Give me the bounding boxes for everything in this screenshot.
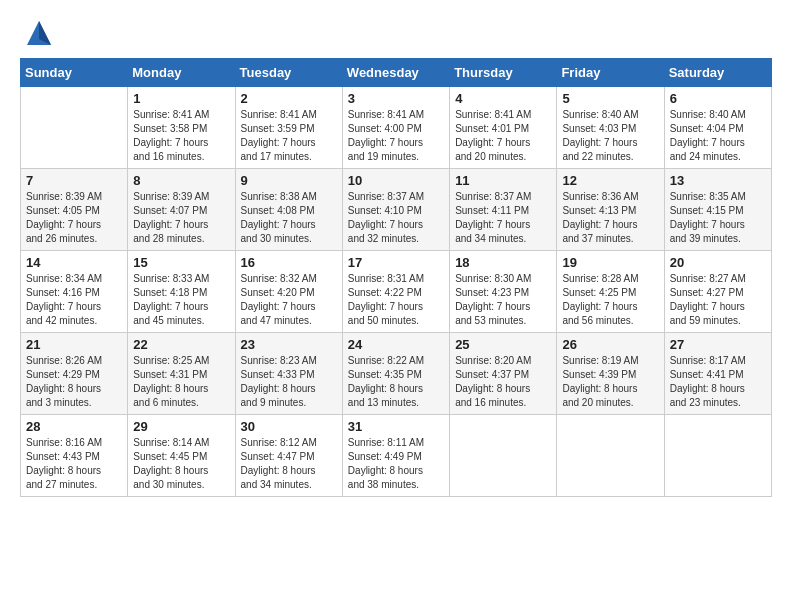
calendar-cell: 10Sunrise: 8:37 AMSunset: 4:10 PMDayligh…	[342, 169, 449, 251]
day-number: 25	[455, 337, 551, 352]
calendar-week-1: 1Sunrise: 8:41 AMSunset: 3:58 PMDaylight…	[21, 87, 772, 169]
calendar-cell: 17Sunrise: 8:31 AMSunset: 4:22 PMDayligh…	[342, 251, 449, 333]
calendar-cell: 31Sunrise: 8:11 AMSunset: 4:49 PMDayligh…	[342, 415, 449, 497]
calendar-cell: 7Sunrise: 8:39 AMSunset: 4:05 PMDaylight…	[21, 169, 128, 251]
day-header-saturday: Saturday	[664, 59, 771, 87]
calendar-cell	[664, 415, 771, 497]
day-number: 23	[241, 337, 337, 352]
cell-content: Sunrise: 8:16 AMSunset: 4:43 PMDaylight:…	[26, 436, 122, 492]
cell-content: Sunrise: 8:40 AMSunset: 4:03 PMDaylight:…	[562, 108, 658, 164]
day-number: 24	[348, 337, 444, 352]
calendar-cell: 15Sunrise: 8:33 AMSunset: 4:18 PMDayligh…	[128, 251, 235, 333]
day-number: 8	[133, 173, 229, 188]
calendar-cell	[450, 415, 557, 497]
calendar-cell: 16Sunrise: 8:32 AMSunset: 4:20 PMDayligh…	[235, 251, 342, 333]
day-number: 1	[133, 91, 229, 106]
day-number: 15	[133, 255, 229, 270]
cell-content: Sunrise: 8:36 AMSunset: 4:13 PMDaylight:…	[562, 190, 658, 246]
cell-content: Sunrise: 8:37 AMSunset: 4:11 PMDaylight:…	[455, 190, 551, 246]
day-number: 28	[26, 419, 122, 434]
day-number: 11	[455, 173, 551, 188]
cell-content: Sunrise: 8:14 AMSunset: 4:45 PMDaylight:…	[133, 436, 229, 492]
calendar-cell: 30Sunrise: 8:12 AMSunset: 4:47 PMDayligh…	[235, 415, 342, 497]
calendar-cell: 11Sunrise: 8:37 AMSunset: 4:11 PMDayligh…	[450, 169, 557, 251]
cell-content: Sunrise: 8:25 AMSunset: 4:31 PMDaylight:…	[133, 354, 229, 410]
page-header	[0, 0, 792, 58]
day-header-sunday: Sunday	[21, 59, 128, 87]
cell-content: Sunrise: 8:32 AMSunset: 4:20 PMDaylight:…	[241, 272, 337, 328]
cell-content: Sunrise: 8:33 AMSunset: 4:18 PMDaylight:…	[133, 272, 229, 328]
calendar-cell: 8Sunrise: 8:39 AMSunset: 4:07 PMDaylight…	[128, 169, 235, 251]
day-header-thursday: Thursday	[450, 59, 557, 87]
calendar-cell: 25Sunrise: 8:20 AMSunset: 4:37 PMDayligh…	[450, 333, 557, 415]
day-number: 18	[455, 255, 551, 270]
day-number: 20	[670, 255, 766, 270]
day-number: 31	[348, 419, 444, 434]
day-number: 19	[562, 255, 658, 270]
day-header-friday: Friday	[557, 59, 664, 87]
calendar-cell: 5Sunrise: 8:40 AMSunset: 4:03 PMDaylight…	[557, 87, 664, 169]
cell-content: Sunrise: 8:39 AMSunset: 4:05 PMDaylight:…	[26, 190, 122, 246]
cell-content: Sunrise: 8:39 AMSunset: 4:07 PMDaylight:…	[133, 190, 229, 246]
cell-content: Sunrise: 8:31 AMSunset: 4:22 PMDaylight:…	[348, 272, 444, 328]
calendar-cell: 14Sunrise: 8:34 AMSunset: 4:16 PMDayligh…	[21, 251, 128, 333]
cell-content: Sunrise: 8:41 AMSunset: 3:58 PMDaylight:…	[133, 108, 229, 164]
day-number: 5	[562, 91, 658, 106]
day-number: 21	[26, 337, 122, 352]
cell-content: Sunrise: 8:41 AMSunset: 4:01 PMDaylight:…	[455, 108, 551, 164]
day-number: 9	[241, 173, 337, 188]
day-number: 22	[133, 337, 229, 352]
calendar-cell: 22Sunrise: 8:25 AMSunset: 4:31 PMDayligh…	[128, 333, 235, 415]
cell-content: Sunrise: 8:17 AMSunset: 4:41 PMDaylight:…	[670, 354, 766, 410]
cell-content: Sunrise: 8:30 AMSunset: 4:23 PMDaylight:…	[455, 272, 551, 328]
cell-content: Sunrise: 8:35 AMSunset: 4:15 PMDaylight:…	[670, 190, 766, 246]
calendar-cell: 6Sunrise: 8:40 AMSunset: 4:04 PMDaylight…	[664, 87, 771, 169]
calendar-cell: 4Sunrise: 8:41 AMSunset: 4:01 PMDaylight…	[450, 87, 557, 169]
calendar-week-4: 21Sunrise: 8:26 AMSunset: 4:29 PMDayligh…	[21, 333, 772, 415]
day-header-tuesday: Tuesday	[235, 59, 342, 87]
day-number: 26	[562, 337, 658, 352]
cell-content: Sunrise: 8:34 AMSunset: 4:16 PMDaylight:…	[26, 272, 122, 328]
day-number: 30	[241, 419, 337, 434]
cell-content: Sunrise: 8:40 AMSunset: 4:04 PMDaylight:…	[670, 108, 766, 164]
calendar-cell: 29Sunrise: 8:14 AMSunset: 4:45 PMDayligh…	[128, 415, 235, 497]
calendar-cell: 28Sunrise: 8:16 AMSunset: 4:43 PMDayligh…	[21, 415, 128, 497]
calendar-cell: 3Sunrise: 8:41 AMSunset: 4:00 PMDaylight…	[342, 87, 449, 169]
calendar-wrapper: SundayMondayTuesdayWednesdayThursdayFrid…	[0, 58, 792, 507]
calendar-week-5: 28Sunrise: 8:16 AMSunset: 4:43 PMDayligh…	[21, 415, 772, 497]
calendar-week-2: 7Sunrise: 8:39 AMSunset: 4:05 PMDaylight…	[21, 169, 772, 251]
day-header-monday: Monday	[128, 59, 235, 87]
calendar-cell: 19Sunrise: 8:28 AMSunset: 4:25 PMDayligh…	[557, 251, 664, 333]
day-number: 17	[348, 255, 444, 270]
day-number: 12	[562, 173, 658, 188]
day-number: 13	[670, 173, 766, 188]
calendar-week-3: 14Sunrise: 8:34 AMSunset: 4:16 PMDayligh…	[21, 251, 772, 333]
cell-content: Sunrise: 8:28 AMSunset: 4:25 PMDaylight:…	[562, 272, 658, 328]
calendar-cell: 20Sunrise: 8:27 AMSunset: 4:27 PMDayligh…	[664, 251, 771, 333]
cell-content: Sunrise: 8:37 AMSunset: 4:10 PMDaylight:…	[348, 190, 444, 246]
day-number: 14	[26, 255, 122, 270]
calendar-cell: 21Sunrise: 8:26 AMSunset: 4:29 PMDayligh…	[21, 333, 128, 415]
calendar-cell: 12Sunrise: 8:36 AMSunset: 4:13 PMDayligh…	[557, 169, 664, 251]
cell-content: Sunrise: 8:23 AMSunset: 4:33 PMDaylight:…	[241, 354, 337, 410]
calendar-cell: 1Sunrise: 8:41 AMSunset: 3:58 PMDaylight…	[128, 87, 235, 169]
logo-icon	[24, 18, 54, 48]
calendar-cell	[21, 87, 128, 169]
cell-content: Sunrise: 8:11 AMSunset: 4:49 PMDaylight:…	[348, 436, 444, 492]
cell-content: Sunrise: 8:26 AMSunset: 4:29 PMDaylight:…	[26, 354, 122, 410]
calendar-cell: 2Sunrise: 8:41 AMSunset: 3:59 PMDaylight…	[235, 87, 342, 169]
day-number: 4	[455, 91, 551, 106]
day-number: 2	[241, 91, 337, 106]
cell-content: Sunrise: 8:20 AMSunset: 4:37 PMDaylight:…	[455, 354, 551, 410]
cell-content: Sunrise: 8:19 AMSunset: 4:39 PMDaylight:…	[562, 354, 658, 410]
calendar-table: SundayMondayTuesdayWednesdayThursdayFrid…	[20, 58, 772, 497]
calendar-cell: 27Sunrise: 8:17 AMSunset: 4:41 PMDayligh…	[664, 333, 771, 415]
calendar-cell: 26Sunrise: 8:19 AMSunset: 4:39 PMDayligh…	[557, 333, 664, 415]
calendar-cell: 24Sunrise: 8:22 AMSunset: 4:35 PMDayligh…	[342, 333, 449, 415]
day-header-wednesday: Wednesday	[342, 59, 449, 87]
cell-content: Sunrise: 8:38 AMSunset: 4:08 PMDaylight:…	[241, 190, 337, 246]
cell-content: Sunrise: 8:22 AMSunset: 4:35 PMDaylight:…	[348, 354, 444, 410]
calendar-cell: 13Sunrise: 8:35 AMSunset: 4:15 PMDayligh…	[664, 169, 771, 251]
day-number: 27	[670, 337, 766, 352]
logo	[24, 18, 58, 48]
